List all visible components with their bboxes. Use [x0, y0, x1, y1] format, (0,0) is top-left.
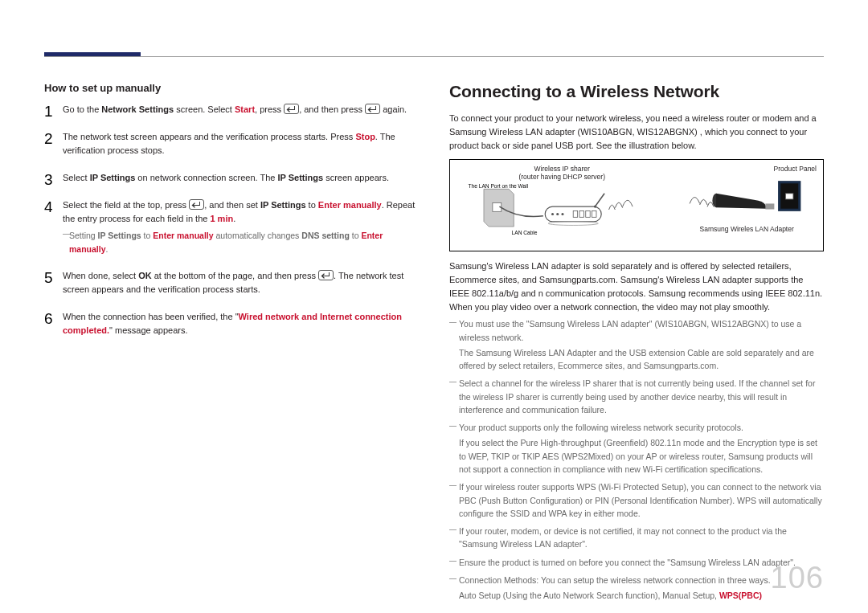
note-text: Select a channel for the wireless IP sha…	[459, 378, 815, 415]
red-text: Enter manually	[153, 231, 213, 240]
note-item: Your product supports only the following…	[449, 421, 824, 476]
wall-label: The LAN Port on the Wall	[469, 182, 529, 188]
diagram-right: Product Panel	[675, 165, 818, 246]
bold-text: IP Settings	[98, 231, 141, 240]
step-1: Go to the Network Settings screen. Selec…	[44, 103, 419, 116]
step-2: The network test screen appears and the …	[44, 130, 419, 157]
svg-point-4	[556, 212, 559, 215]
red-text: Enter manually	[318, 200, 382, 210]
step-text: at the bottom of the page, and then pres…	[152, 271, 318, 280]
step-text: Go to the	[63, 104, 101, 114]
note-text: Your product supports only the following…	[459, 423, 743, 432]
note-text: to	[350, 231, 362, 240]
manual-page: How to set up manually Go to the Network…	[0, 0, 868, 613]
diagram-top-label: Wireless IP sharer	[534, 165, 590, 173]
enter-icon	[189, 199, 204, 210]
step-5: When done, select OK at the bottom of th…	[44, 269, 419, 296]
steps-list: Go to the Network Settings screen. Selec…	[44, 103, 419, 337]
svg-point-3	[551, 212, 554, 215]
wireless-diagram: Wireless IP sharer (router having DHCP s…	[449, 159, 824, 251]
diagram-sub-label: (router having DHCP server)	[518, 173, 605, 181]
bold-text: IP Settings	[277, 173, 323, 182]
step-note: Setting IP Settings to Enter manually au…	[63, 229, 419, 255]
step-text: When the connection has been verified, t…	[63, 312, 239, 321]
cable-label: LAN Cable	[512, 230, 538, 235]
note-text: If your wireless router supports WPS (Wi…	[459, 482, 822, 518]
step-text: , press	[255, 104, 284, 114]
bold-text: Network Settings	[101, 104, 174, 114]
content-columns: How to set up manually Go to the Network…	[44, 82, 824, 607]
paragraph-2: Samsung's Wireless LAN adapter is sold s…	[449, 260, 824, 314]
note-item: If your router, modem, or device is not …	[449, 525, 824, 551]
red-text: WPS(PBC)	[719, 591, 762, 600]
step-text: screen appears.	[323, 173, 389, 182]
note-subline: Auto Setup (Using the Auto Network Searc…	[459, 589, 824, 602]
note-text: If your router, modem, or device is not …	[459, 526, 787, 549]
step-text: The network test screen appears and the …	[63, 132, 355, 141]
red-text: Start	[235, 104, 255, 114]
enter-icon	[284, 104, 299, 114]
enter-icon	[365, 104, 380, 114]
step-text: Select	[63, 173, 90, 182]
step-text: , and then set	[204, 200, 260, 210]
enter-icon	[318, 270, 334, 280]
section-heading: Connecting to a Wireless Network	[449, 82, 824, 101]
svg-point-11	[594, 205, 596, 207]
bold-text: IP Settings	[260, 200, 306, 210]
step-text: on network connection screen. The	[135, 173, 277, 182]
panel-label: Product Panel	[774, 165, 817, 173]
step-3: Select IP Settings on network connection…	[44, 171, 419, 185]
note-item: Connection Methods: You can setup the wi…	[449, 574, 824, 603]
note-sub-pre: Auto Setup (Using the Auto Network Searc…	[459, 591, 719, 600]
step-text: screen. Select	[174, 104, 235, 114]
right-column: Connecting to a Wireless Network To conn…	[449, 82, 824, 607]
svg-rect-17	[786, 193, 793, 198]
note-text: You must use the "Samsung Wireless LAN a…	[459, 319, 801, 341]
note-text: .	[106, 244, 108, 254]
svg-rect-6	[573, 210, 577, 217]
step-text: " message appears.	[109, 325, 187, 335]
red-text: 1 min	[210, 214, 233, 223]
svg-rect-14	[766, 203, 775, 209]
svg-point-5	[561, 212, 563, 215]
step-6: When the connection has been verified, t…	[44, 310, 419, 337]
page-number: 106	[771, 561, 824, 595]
bold-text: IP Settings	[90, 173, 136, 182]
note-subline: If you select the Pure High-throughput (…	[459, 436, 824, 476]
step-text: , and then press	[299, 104, 365, 114]
adapter-label: Samsung Wireles LAN Adapter	[700, 225, 794, 233]
note-text: to	[141, 231, 154, 240]
note-text: Connection Methods: You can setup the wi…	[459, 575, 771, 585]
bold-text: OK	[138, 271, 152, 280]
router-wall-icon: The LAN Port on the Wall LAN Cable	[455, 182, 669, 238]
bold-text: DNS setting	[301, 231, 350, 240]
note-item: Ensure the product is turned on before y…	[449, 556, 824, 569]
svg-rect-9	[592, 210, 596, 217]
diagram-left: Wireless IP sharer (router having DHCP s…	[455, 165, 669, 246]
note-text: Ensure the product is turned on before y…	[459, 558, 796, 567]
step-text: Select the field at the top, press	[63, 200, 189, 210]
note-subline: The Samsung Wireless LAN Adapter and the…	[459, 346, 824, 373]
left-subhead: How to set up manually	[44, 82, 419, 94]
left-column: How to set up manually Go to the Network…	[44, 82, 419, 607]
header-rule	[44, 56, 824, 57]
step-text: .	[233, 214, 235, 223]
note-text: automatically changes	[214, 231, 302, 240]
note-item: If your wireless router supports WPS (Wi…	[449, 480, 824, 520]
svg-rect-8	[586, 210, 590, 217]
step-text: to	[306, 200, 318, 210]
svg-line-10	[595, 193, 604, 206]
red-text: Stop	[355, 132, 375, 141]
step-text: again.	[380, 104, 407, 114]
adapter-icon	[675, 178, 818, 223]
note-item: You must use the "Samsung Wireless LAN a…	[449, 317, 824, 372]
step-text: When done, select	[63, 271, 138, 280]
svg-point-12	[548, 221, 598, 225]
intro-paragraph: To connect your product to your network …	[449, 112, 824, 153]
note-item: Select a channel for the wireless IP sha…	[449, 377, 824, 416]
svg-rect-7	[579, 210, 583, 217]
notes-list: You must use the "Samsung Wireless LAN a…	[449, 317, 824, 602]
step-4: Select the field at the top, press , and…	[44, 198, 419, 255]
note-text: Setting	[69, 231, 98, 240]
